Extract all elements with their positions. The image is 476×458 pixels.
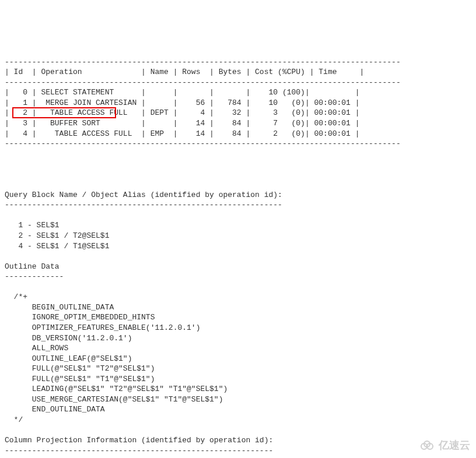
plan-table-text: ----------------------------------------… [5, 58, 401, 148]
qb-line-2: 2 - SEL$1 / T2@SEL$1 [5, 231, 109, 240]
outline-hint-0: BEGIN_OUTLINE_DATA [5, 303, 114, 312]
cloud-icon [419, 440, 436, 450]
proj-lines: 1 - "T2"."LOC"[VARCHAR2,13], "T1"."ENAME… [5, 456, 471, 458]
outline-open: /*+ [5, 293, 27, 301]
plan-table: ----------------------------------------… [5, 47, 471, 159]
outline-hint-9: USE_MERGE_CARTESIAN(@"SEL$1" "T1"@"SEL$1… [5, 395, 223, 404]
outline-close: */ [5, 415, 23, 424]
qb-line-1: 1 - SEL$1 [5, 221, 60, 230]
watermark-text: 亿速云 [439, 438, 470, 452]
outline-hint-6: FULL(@"SEL$1" "T2"@"SEL$1") [5, 364, 155, 373]
outline-hint-8: LEADING(@"SEL$1" "T2"@"SEL$1" "T1"@"SEL$… [5, 385, 228, 393]
qb-line-3: 4 - SEL$1 / T1@SEL$1 [5, 242, 109, 251]
qb-underline: ----------------------------------------… [5, 200, 282, 209]
outline-hint-1: IGNORE_OPTIM_EMBEDDED_HINTS [5, 313, 155, 322]
outline-hint-4: ALL_ROWS [5, 344, 68, 353]
outline-hint-10: END_OUTLINE_DATA [5, 405, 105, 414]
outline-underline: ------------- [5, 272, 64, 281]
outline-hint-3: DB_VERSION('11.2.0.1') [5, 334, 132, 343]
outline-title: Outline Data [5, 262, 60, 271]
watermark: 亿速云 [419, 438, 470, 452]
outline-hint-5: OUTLINE_LEAF(@"SEL$1") [5, 354, 132, 363]
outline-hint-7: FULL(@"SEL$1" "T1"@"SEL$1") [5, 375, 155, 383]
proj-underline: ----------------------------------------… [5, 446, 273, 455]
qb-title: Query Block Name / Object Alias (identif… [5, 191, 282, 199]
outline-hint-2: OPTIMIZER_FEATURES_ENABLE('11.2.0.1') [5, 323, 200, 332]
proj-title: Column Projection Information (identifie… [5, 436, 273, 445]
